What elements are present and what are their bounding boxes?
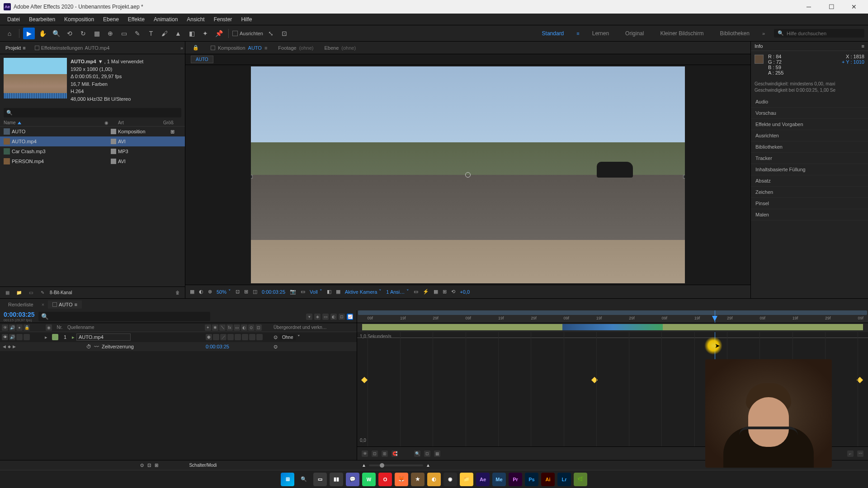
search-help[interactable]: 🔍 — [774, 29, 864, 38]
tab-komposition[interactable]: Komposition AUTO ≡ — [208, 44, 270, 52]
label-col-icon[interactable]: ◉ — [46, 324, 52, 331]
channel-icon[interactable]: ▭ — [301, 289, 305, 295]
video-col-icon[interactable]: 👁 — [2, 324, 8, 331]
graph-toggle[interactable]: ⊡ — [339, 314, 345, 320]
new-folder-icon[interactable]: 📁 — [14, 288, 24, 297]
orbit-tool[interactable]: ⟲ — [64, 28, 75, 39]
sort-icon[interactable] — [18, 122, 21, 124]
tab-projekt[interactable]: Projekt ≡ — [2, 43, 29, 52]
workspace-bibliotheken[interactable]: Bibliotheken — [716, 28, 753, 38]
taskbar-windows[interactable]: ⊞ — [281, 473, 294, 486]
taskbar-app1[interactable]: ★ — [411, 473, 425, 486]
flowchart-comp[interactable]: AUTO — [191, 56, 213, 63]
taskbar-ai[interactable]: Ai — [541, 473, 555, 486]
menu-ebene[interactable]: Ebene — [99, 14, 123, 24]
menu-ansicht[interactable]: Ansicht — [182, 14, 209, 24]
rotate-tool[interactable]: ↻ — [77, 28, 89, 39]
panel-bibliotheken[interactable]: Bibliotheken — [751, 141, 868, 153]
expression-pickwhip-icon[interactable]: ⊙ — [274, 344, 278, 349]
panel-malen[interactable]: Malen — [751, 209, 868, 221]
resolution-dropdown[interactable]: Voll ˅ — [310, 289, 322, 295]
panel-inhaltsbasierte[interactable]: Inhaltsbasierte Füllung — [751, 164, 868, 175]
menu-animation[interactable]: Animation — [149, 14, 182, 24]
zoom-in-icon[interactable]: ▲ — [426, 463, 430, 468]
keyframe[interactable] — [361, 377, 368, 383]
brush-tool[interactable]: 🖌 — [159, 28, 170, 39]
taskbar-me[interactable]: Me — [492, 473, 506, 486]
mb-toggle[interactable]: ◐ — [330, 314, 337, 320]
taskbar-app2[interactable]: ◐ — [427, 473, 441, 486]
camera-dropdown[interactable]: Aktive Kamera ˅ — [345, 289, 382, 295]
menu-bearbeiten[interactable]: Bearbeiten — [24, 14, 60, 24]
tab-auto[interactable]: AUTO ≡ — [48, 300, 82, 309]
search-input[interactable] — [787, 31, 861, 36]
menu-hilfe[interactable]: Hilfe — [236, 14, 256, 24]
mask-icon[interactable]: ◐ — [199, 289, 203, 295]
roto-tool[interactable]: ✦ — [199, 28, 211, 39]
flowchart-icon[interactable]: ⊞ — [163, 129, 181, 135]
snap-tool[interactable]: ⤡ — [265, 28, 277, 39]
snapshot-icon[interactable]: 📷 — [290, 289, 296, 295]
fit-all-icon[interactable]: ⊡ — [424, 450, 430, 457]
layer-name[interactable]: AUTO.mp4 — [76, 333, 131, 341]
taskbar-widgets[interactable]: ▮▮ — [330, 473, 343, 486]
stopwatch-icon[interactable]: ⏱ — [86, 344, 91, 349]
project-search[interactable]: 🔍 — [4, 108, 181, 117]
menu-komposition[interactable]: Komposition — [60, 14, 99, 24]
panel-effekte[interactable]: Effekte und Vorgaben — [751, 119, 868, 130]
ease-in-icon[interactable]: ⌐ — [847, 450, 854, 457]
reset-exposure-icon[interactable]: ⟲ — [451, 289, 455, 295]
anchor-toggle[interactable]: Ausrichten — [232, 31, 263, 36]
fit-icon[interactable]: 🔍 — [414, 450, 420, 457]
menu-effekte[interactable]: Effekte — [123, 14, 149, 24]
eraser-tool[interactable]: ◧ — [186, 28, 198, 39]
graph-editor-toggle[interactable]: 📈 — [347, 314, 353, 320]
pen-tool[interactable]: ✎ — [132, 28, 143, 39]
views-dropdown[interactable]: 1 Ansi… ˅ — [386, 289, 409, 295]
puppet-tool[interactable]: 📌 — [213, 28, 225, 39]
anchor-tool[interactable]: ⊕ — [104, 28, 116, 39]
panel-vorschau[interactable]: Vorschau — [751, 108, 868, 119]
stamp-tool[interactable]: ▲ — [172, 28, 184, 39]
panel-absatz[interactable]: Absatz — [751, 175, 868, 187]
timeline-icon[interactable]: ▦ — [434, 289, 438, 295]
taskbar-opera[interactable]: O — [378, 473, 392, 486]
project-row-person[interactable]: PERSON.mp4 AVI — [0, 156, 185, 166]
toggle-switches-icon[interactable]: ⊡ — [147, 463, 151, 468]
timeline-time[interactable]: 0:00:03:25 — [4, 311, 35, 318]
tab-ebene[interactable]: Ebene (ohne) — [322, 44, 359, 52]
composition-viewer[interactable] — [185, 65, 750, 285]
flowchart-icon[interactable]: ⊞ — [443, 289, 447, 295]
time-display[interactable]: 0:00:03:25 — [262, 289, 285, 295]
bpc-label[interactable]: 8-Bit-Kanal — [50, 290, 72, 295]
workspace-lernen[interactable]: Lernen — [589, 28, 613, 38]
graph-type-icon[interactable]: ⊡ — [372, 450, 378, 457]
lock-col-icon[interactable]: 🔒 — [24, 324, 30, 331]
taskbar-firefox[interactable]: 🦊 — [395, 473, 408, 486]
snap-icon[interactable]: 🧲 — [392, 450, 398, 457]
minimize-button[interactable]: ─ — [802, 3, 816, 10]
roi-icon[interactable]: ◧ — [327, 289, 331, 295]
workspace-kleiner[interactable]: Kleiner Bildschirm — [656, 28, 707, 38]
taskbar-app3[interactable]: 🌿 — [574, 473, 587, 486]
zoom-dropdown[interactable]: 50% ˅ — [217, 289, 231, 295]
panel-ausrichten[interactable]: Ausrichten — [751, 130, 868, 141]
alpha-icon[interactable]: ▦ — [190, 289, 194, 295]
toggle-switches-icon[interactable]: ⊙ — [140, 463, 144, 468]
panel-tracker[interactable]: Tracker — [751, 153, 868, 164]
exposure-value[interactable]: +0,0 — [460, 289, 470, 295]
3d-icon[interactable]: ⊗ — [208, 289, 212, 295]
label-swatch[interactable] — [52, 334, 58, 340]
panel-pinsel[interactable]: Pinsel — [751, 198, 868, 209]
lock-toggle[interactable] — [24, 334, 30, 340]
text-tool[interactable]: T — [145, 28, 157, 39]
close-icon[interactable]: × — [42, 302, 44, 307]
taskbar-ps[interactable]: Ps — [525, 473, 538, 486]
solo-col-icon[interactable]: ● — [16, 324, 23, 331]
taskbar-pr[interactable]: Pr — [509, 473, 522, 486]
fb-toggle[interactable]: ▭ — [322, 314, 329, 320]
workspace-original[interactable]: Original — [622, 28, 647, 38]
timeline-zoom-slider[interactable] — [369, 465, 423, 466]
video-toggle[interactable]: 👁 — [2, 334, 8, 340]
taskbar-taskview[interactable]: ▭ — [313, 473, 327, 486]
